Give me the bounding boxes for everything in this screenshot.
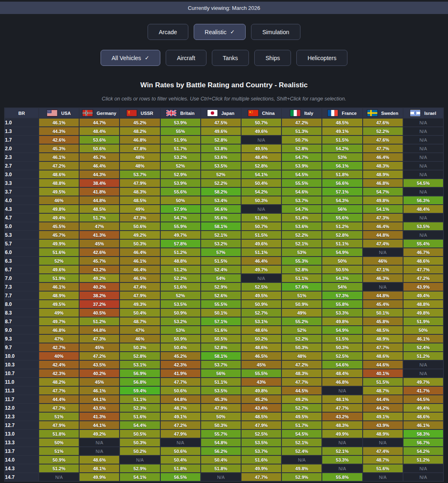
- win-rate-cell-britain[interactable]: N/A: [160, 438, 201, 447]
- win-rate-cell-sweden[interactable]: 48.7%: [363, 386, 403, 395]
- win-rate-cell-japan[interactable]: 55.7%: [201, 429, 241, 438]
- win-rate-cell-ussr[interactable]: 52.9%: [120, 464, 160, 473]
- win-rate-cell-sweden[interactable]: 52.2%: [363, 127, 403, 135]
- table-row-br-11.7[interactable]: 11.744.4%44.1%51.1%44.8%45.3%45.2%49.2%4…: [5, 395, 443, 404]
- win-rate-cell-japan[interactable]: 51.5%: [201, 257, 241, 265]
- win-rate-cell-sweden[interactable]: 44.8%: [363, 231, 403, 239]
- win-rate-cell-france[interactable]: 51.8%: [322, 170, 362, 179]
- win-rate-cell-france[interactable]: 50.5%: [322, 265, 362, 274]
- win-rate-cell-france[interactable]: 50%: [322, 257, 362, 265]
- win-rate-cell-britain[interactable]: 51.9%: [160, 135, 201, 144]
- br-cell[interactable]: 5.7: [5, 239, 39, 248]
- win-rate-cell-japan[interactable]: 52.8%: [201, 343, 241, 352]
- win-rate-cell-japan[interactable]: 58.1%: [201, 352, 241, 360]
- win-rate-cell-usa[interactable]: 50.9%: [39, 455, 79, 464]
- win-rate-cell-italy[interactable]: 51.7%: [281, 421, 322, 429]
- win-rate-cell-china[interactable]: 49.6%: [241, 127, 281, 135]
- win-rate-cell-japan[interactable]: 50.3%: [201, 421, 241, 429]
- win-rate-cell-britain[interactable]: 55%: [160, 127, 201, 135]
- table-row-br-4.3[interactable]: 4.349.8%48.5%49%57.9%56.6%N/A54.7%56%54.…: [5, 205, 443, 213]
- win-rate-cell-usa[interactable]: 46%: [39, 196, 79, 205]
- win-rate-cell-israel[interactable]: 50%: [403, 326, 443, 334]
- win-rate-cell-china[interactable]: 46.4%: [241, 257, 281, 265]
- win-rate-cell-ussr[interactable]: 47.4%: [120, 282, 160, 291]
- win-rate-cell-israel[interactable]: N/A: [403, 135, 443, 144]
- win-rate-cell-italy[interactable]: 50.7%: [281, 135, 322, 144]
- win-rate-cell-germany[interactable]: 44.1%: [79, 395, 120, 404]
- win-rate-cell-china[interactable]: 51.5%: [241, 231, 281, 239]
- win-rate-cell-germany[interactable]: 41.3%: [79, 231, 120, 239]
- win-rate-cell-france[interactable]: 51.1%: [322, 239, 362, 248]
- win-rate-cell-ussr[interactable]: 51.1%: [120, 395, 160, 404]
- win-rate-cell-israel[interactable]: 44.5%: [403, 395, 443, 404]
- win-rate-cell-britain[interactable]: 50%: [160, 196, 201, 205]
- win-rate-cell-france[interactable]: 57.1%: [322, 187, 362, 196]
- win-rate-cell-britain[interactable]: 55.6%: [160, 187, 201, 196]
- win-rate-cell-israel[interactable]: 48.6%: [403, 257, 443, 265]
- win-rate-cell-sweden[interactable]: N/A: [363, 248, 403, 257]
- table-row-br-8.7[interactable]: 8.749.7%51.2%48.7%53.2%57.1%53.1%55.2%49…: [5, 317, 443, 326]
- win-rate-cell-italy[interactable]: 49%: [281, 308, 322, 317]
- br-cell[interactable]: 14.7: [5, 473, 39, 481]
- win-rate-cell-sweden[interactable]: 50.1%: [363, 308, 403, 317]
- win-rate-cell-france[interactable]: 50.3%: [322, 343, 362, 352]
- win-rate-cell-usa[interactable]: 52%: [39, 257, 79, 265]
- win-rate-cell-ussr[interactable]: 48.3%: [120, 187, 160, 196]
- win-rate-cell-italy[interactable]: 53.6%: [281, 222, 322, 231]
- win-rate-cell-usa[interactable]: 51.6%: [39, 248, 79, 257]
- win-rate-cell-ussr[interactable]: 52.3%: [120, 404, 160, 412]
- win-rate-cell-italy[interactable]: 52.8%: [281, 265, 322, 274]
- win-rate-cell-ussr[interactable]: 46.4%: [120, 265, 160, 274]
- br-cell[interactable]: 14.0: [5, 455, 39, 464]
- win-rate-cell-japan[interactable]: 57%: [201, 248, 241, 257]
- win-rate-cell-sweden[interactable]: 47.7%: [363, 343, 403, 352]
- win-rate-cell-germany[interactable]: 45.7%: [79, 257, 120, 265]
- win-rate-cell-japan[interactable]: N/A: [201, 473, 241, 481]
- win-rate-cell-britain[interactable]: 53.9%: [160, 179, 201, 187]
- win-rate-cell-china[interactable]: 53.1%: [241, 317, 281, 326]
- win-rate-cell-usa[interactable]: 51%: [39, 447, 79, 455]
- win-rate-cell-china[interactable]: 49.9%: [241, 464, 281, 473]
- win-rate-cell-japan[interactable]: 47.9%: [201, 404, 241, 412]
- win-rate-cell-britain[interactable]: 41.9%: [160, 369, 201, 378]
- win-rate-cell-china[interactable]: 53.7%: [241, 447, 281, 455]
- win-rate-cell-china[interactable]: 49.6%: [241, 239, 281, 248]
- win-rate-cell-france[interactable]: 54%: [322, 282, 362, 291]
- br-cell[interactable]: 12.0: [5, 404, 39, 412]
- win-rate-cell-ussr[interactable]: 49.3%: [120, 300, 160, 308]
- table-row-br-9.3[interactable]: 9.347%47.3%46%50.9%50.5%50.2%52.2%51.5%4…: [5, 334, 443, 343]
- win-rate-cell-usa[interactable]: 46.1%: [39, 153, 79, 161]
- win-rate-cell-britain[interactable]: 52.9%: [160, 170, 201, 179]
- win-rate-cell-usa[interactable]: 44.4%: [39, 395, 79, 404]
- vehicle-tab-ships[interactable]: Ships: [254, 50, 291, 66]
- win-rate-cell-sweden[interactable]: 46%: [363, 257, 403, 265]
- br-cell[interactable]: 2.0: [5, 144, 39, 153]
- win-rate-cell-sweden[interactable]: 46.8%: [363, 179, 403, 187]
- win-rate-cell-germany[interactable]: 47.2%: [79, 352, 120, 360]
- br-cell[interactable]: 2.3: [5, 153, 39, 161]
- win-rate-cell-israel[interactable]: N/A: [403, 213, 443, 222]
- win-rate-cell-israel[interactable]: 48.6%: [403, 412, 443, 421]
- table-row-br-10.7[interactable]: 10.742.3%40.2%56.9%41.9%56%55.5%48.3%48.…: [5, 369, 443, 378]
- win-rate-cell-usa[interactable]: 44.3%: [39, 127, 79, 135]
- win-rate-cell-germany[interactable]: N/A: [79, 438, 120, 447]
- table-row-br-7.7[interactable]: 7.748.9%38.2%47.9%52%52.6%49.5%51%57.3%4…: [5, 291, 443, 300]
- win-rate-cell-japan[interactable]: 51.1%: [201, 378, 241, 386]
- table-row-br-4.0[interactable]: 4.046%44.8%48.5%50%53.4%50.3%53.7%54.3%4…: [5, 196, 443, 205]
- win-rate-cell-italy[interactable]: 55.3%: [281, 257, 322, 265]
- win-rate-cell-usa[interactable]: 51.2%: [39, 464, 79, 473]
- br-cell[interactable]: 5.3: [5, 231, 39, 239]
- table-row-br-6.3[interactable]: 6.352%45.7%46.1%48.8%51.5%46.4%55.3%50%4…: [5, 257, 443, 265]
- win-rate-cell-britain[interactable]: 47.9%: [160, 429, 201, 438]
- win-rate-cell-china[interactable]: 48.4%: [241, 153, 281, 161]
- win-rate-cell-israel[interactable]: 49.7%: [403, 378, 443, 386]
- table-row-br-2.7[interactable]: 2.747.2%46.4%48%52%53.5%52.8%53.9%56.1%4…: [5, 161, 443, 170]
- win-rate-cell-japan[interactable]: 49.6%: [201, 127, 241, 135]
- win-rate-cell-france[interactable]: 54.9%: [322, 326, 362, 334]
- br-cell[interactable]: 9.0: [5, 326, 39, 334]
- win-rate-cell-israel[interactable]: 54.2%: [403, 447, 443, 455]
- win-rate-cell-israel[interactable]: 58.3%: [403, 429, 443, 438]
- win-rate-cell-japan[interactable]: 53.8%: [201, 144, 241, 153]
- win-rate-cell-ussr[interactable]: 56.8%: [120, 378, 160, 386]
- win-rate-cell-china[interactable]: 47.7%: [241, 473, 281, 481]
